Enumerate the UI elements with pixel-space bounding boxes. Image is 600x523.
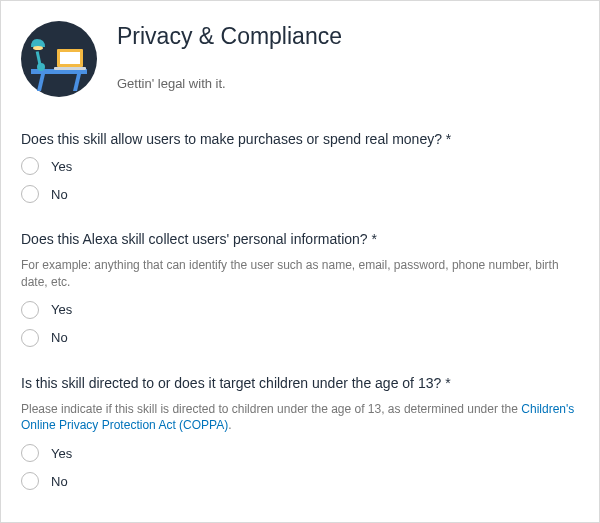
radio-icon[interactable] xyxy=(21,157,39,175)
question-purchases: Does this skill allow users to make purc… xyxy=(21,131,579,203)
question-personal-info: Does this Alexa skill collect users' per… xyxy=(21,231,579,347)
question-helper-text: Please indicate if this skill is directe… xyxy=(21,401,579,435)
radio-icon[interactable] xyxy=(21,444,39,462)
header-illustration-icon xyxy=(21,21,97,101)
question-label: Is this skill directed to or does it tar… xyxy=(21,375,579,391)
svg-rect-4 xyxy=(54,67,86,70)
radio-icon[interactable] xyxy=(21,185,39,203)
radio-option-yes[interactable]: Yes xyxy=(21,301,579,319)
question-helper-text: For example: anything that can identify … xyxy=(21,257,579,291)
radio-label: No xyxy=(51,474,68,489)
radio-label: Yes xyxy=(51,446,72,461)
radio-icon[interactable] xyxy=(21,472,39,490)
privacy-compliance-page: Privacy & Compliance Gettin' legal with … xyxy=(0,0,600,523)
radio-option-no[interactable]: No xyxy=(21,185,579,203)
radio-label: Yes xyxy=(51,159,72,174)
radio-icon[interactable] xyxy=(21,301,39,319)
question-label: Does this skill allow users to make purc… xyxy=(21,131,579,147)
svg-point-7 xyxy=(33,46,43,50)
radio-option-yes[interactable]: Yes xyxy=(21,157,579,175)
page-subtitle: Gettin' legal with it. xyxy=(117,76,342,91)
helper-suffix: . xyxy=(228,418,231,432)
page-header: Privacy & Compliance Gettin' legal with … xyxy=(21,21,579,101)
question-children-coppa: Is this skill directed to or does it tar… xyxy=(21,375,579,491)
radio-label: No xyxy=(51,187,68,202)
svg-rect-3 xyxy=(60,52,80,64)
radio-option-no[interactable]: No xyxy=(21,329,579,347)
radio-label: No xyxy=(51,330,68,345)
question-label: Does this Alexa skill collect users' per… xyxy=(21,231,579,247)
helper-prefix: Please indicate if this skill is directe… xyxy=(21,402,521,416)
page-title: Privacy & Compliance xyxy=(117,23,342,50)
radio-option-yes[interactable]: Yes xyxy=(21,444,579,462)
radio-icon[interactable] xyxy=(21,329,39,347)
radio-option-no[interactable]: No xyxy=(21,472,579,490)
radio-label: Yes xyxy=(51,302,72,317)
header-text-block: Privacy & Compliance Gettin' legal with … xyxy=(117,21,342,91)
